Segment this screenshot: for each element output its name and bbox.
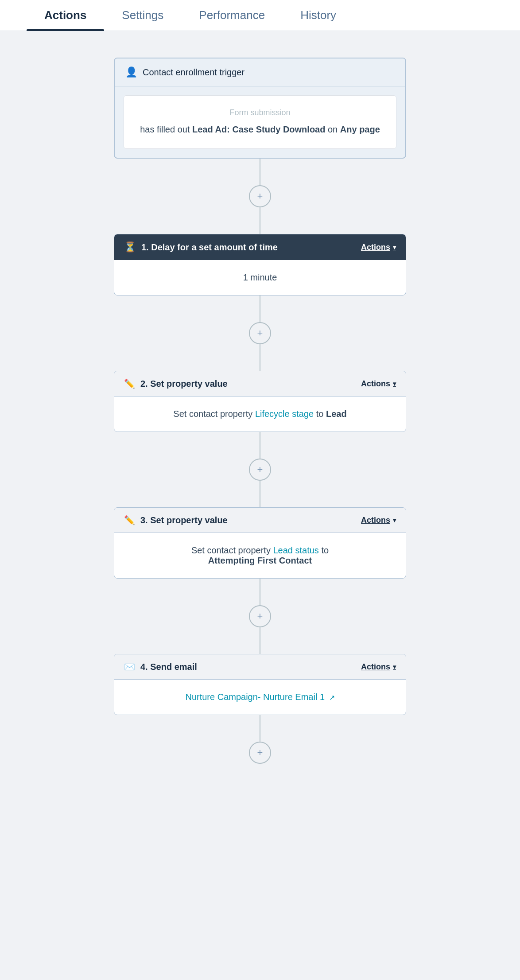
connector-line-2 xyxy=(260,296,260,322)
add-step-button-2[interactable]: + xyxy=(249,322,271,344)
action-card-3: ✏️ 3. Set property value Actions ▾ Set c… xyxy=(114,507,406,579)
tab-settings[interactable]: Settings xyxy=(104,0,181,31)
trigger-title: Contact enrollment trigger xyxy=(143,67,244,78)
connector-line-1b xyxy=(260,207,260,234)
connector-line-3b xyxy=(260,481,260,507)
trigger-body[interactable]: Form submission has filled out Lead Ad: … xyxy=(124,95,396,149)
connector-line-3 xyxy=(260,432,260,459)
action-card-1: ⏳ 1. Delay for a set amount of time Acti… xyxy=(114,234,406,296)
email-icon-4: ✉️ xyxy=(124,661,135,672)
action-title-3: 3. Set property value xyxy=(140,515,228,525)
action-header-left-1: ⏳ 1. Delay for a set amount of time xyxy=(124,241,278,253)
action-header-1: ⏳ 1. Delay for a set amount of time Acti… xyxy=(114,234,406,260)
tab-actions[interactable]: Actions xyxy=(27,0,104,31)
action-header-4: ✉️ 4. Send email Actions ▾ xyxy=(114,654,406,680)
chevron-down-icon-2: ▾ xyxy=(393,380,396,387)
action-title-2: 2. Set property value xyxy=(140,379,228,389)
tab-performance[interactable]: Performance xyxy=(181,0,283,31)
edit-icon-3: ✏️ xyxy=(124,515,135,525)
hourglass-icon: ⏳ xyxy=(124,241,136,253)
add-step-button-1[interactable]: + xyxy=(249,185,271,207)
add-step-button-5[interactable]: + xyxy=(249,742,271,764)
connector-line-4b xyxy=(260,627,260,654)
person-icon: 👤 xyxy=(125,66,137,78)
form-submission-label: Form submission xyxy=(137,108,383,117)
action-card-4: ✉️ 4. Send email Actions ▾ Nurture Campa… xyxy=(114,654,406,715)
actions-dropdown-4[interactable]: Actions ▾ xyxy=(361,662,396,672)
action-card-2: ✏️ 2. Set property value Actions ▾ Set c… xyxy=(114,371,406,432)
action-header-left-3: ✏️ 3. Set property value xyxy=(124,515,228,525)
chevron-down-icon-4: ▾ xyxy=(393,663,396,670)
action-body-2: Set contact property Lifecycle stage to … xyxy=(114,397,406,432)
action-body-1: 1 minute xyxy=(114,260,406,295)
action-body-3: Set contact property Lead status to Atte… xyxy=(114,533,406,578)
connector-line-5 xyxy=(260,715,260,742)
chevron-down-icon-3: ▾ xyxy=(393,517,396,524)
tab-history[interactable]: History xyxy=(283,0,354,31)
action-header-2: ✏️ 2. Set property value Actions ▾ xyxy=(114,371,406,397)
actions-dropdown-1[interactable]: Actions ▾ xyxy=(361,243,396,252)
connector-line-1 xyxy=(260,159,260,185)
action-header-3: ✏️ 3. Set property value Actions ▾ xyxy=(114,508,406,533)
edit-icon-2: ✏️ xyxy=(124,378,135,389)
add-step-button-3[interactable]: + xyxy=(249,459,271,481)
action-header-left-4: ✉️ 4. Send email xyxy=(124,661,197,672)
action-body-4: Nurture Campaign- Nurture Email 1 ↗ xyxy=(114,680,406,715)
nav-bar: Actions Settings Performance History xyxy=(0,0,520,31)
external-link-icon-4: ↗ xyxy=(329,693,335,702)
action-title-4: 4. Send email xyxy=(140,662,197,672)
trigger-card: 👤 Contact enrollment trigger Form submis… xyxy=(114,58,406,159)
connector-line-4 xyxy=(260,579,260,605)
connector-line-2b xyxy=(260,344,260,371)
workflow-canvas: 👤 Contact enrollment trigger Form submis… xyxy=(0,31,520,808)
chevron-down-icon-1: ▾ xyxy=(393,244,396,251)
form-submission-text: has filled out Lead Ad: Case Study Downl… xyxy=(137,123,383,136)
actions-dropdown-2[interactable]: Actions ▾ xyxy=(361,379,396,389)
actions-dropdown-3[interactable]: Actions ▾ xyxy=(361,516,396,525)
trigger-header: 👤 Contact enrollment trigger xyxy=(115,58,405,86)
action-header-left-2: ✏️ 2. Set property value xyxy=(124,378,228,389)
action-title-1: 1. Delay for a set amount of time xyxy=(141,242,278,253)
email-link-4[interactable]: Nurture Campaign- Nurture Email 1 ↗ xyxy=(185,692,334,702)
add-step-button-4[interactable]: + xyxy=(249,605,271,627)
